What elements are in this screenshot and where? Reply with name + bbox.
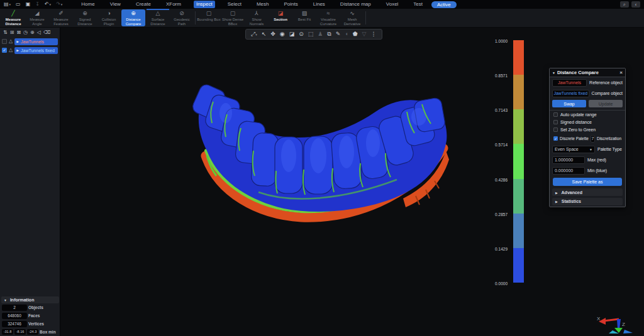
menu-create[interactable]: Create: [133, 1, 153, 8]
collapse-ribbon-button[interactable]: ‹: [631, 1, 640, 8]
menu-home[interactable]: Home: [79, 1, 97, 8]
import-button[interactable]: ↧: [35, 0, 40, 9]
tree-row-jawtunnels-fixed[interactable]: ✓ △ ▶ JawTunnels fixed: [0, 46, 60, 55]
tool-collision-plugin[interactable]: ◑ Collision Plugin: [97, 9, 121, 27]
tool-bounding-box[interactable]: ▢ Bounding Box: [197, 9, 221, 27]
undo-button[interactable]: ↶▾: [45, 0, 51, 9]
statistics-section[interactable]: ▶ Statistics: [552, 198, 623, 205]
set-zero-to-green-checkbox[interactable]: [553, 127, 558, 132]
auto-update-range-checkbox[interactable]: [553, 112, 558, 117]
tool-distance-compare[interactable]: ⊕ Distance Compare: [121, 9, 145, 26]
search-button[interactable]: ⌕: [620, 1, 629, 8]
tool-surface-distance[interactable]: △ Surface Distance: [146, 9, 170, 27]
visibility-checkbox[interactable]: [2, 39, 7, 44]
fit-view-icon[interactable]: ⤢▾: [251, 30, 257, 40]
save-palette-button[interactable]: Save Palette as: [553, 178, 622, 186]
save-button[interactable]: ▣: [26, 0, 31, 9]
tree-item[interactable]: ▶ JawTunnels fixed: [14, 47, 58, 54]
min-input[interactable]: 0.000000: [552, 167, 585, 175]
viewport-toolbar: ⤢▾ ↖ ✥ ◉ ◪ ⊙ ⬚ ♟ ⧉ ✎ ◖ ⬟ ▽ ⋮: [245, 29, 382, 40]
menu-mesh[interactable]: Mesh: [254, 1, 272, 8]
mute-icon[interactable]: ◁: [37, 30, 41, 35]
select-tool-icon[interactable]: ↖: [262, 30, 267, 39]
menu-xform[interactable]: XForm: [164, 1, 184, 8]
ink-drop-icon[interactable]: ⬟: [353, 30, 358, 39]
tool-geodesic-path[interactable]: ⊘ Geodesic Path: [170, 9, 194, 27]
mannequin-icon[interactable]: ♟: [318, 30, 323, 39]
discrete-palette-checkbox[interactable]: ✓: [553, 136, 558, 141]
region-select-icon[interactable]: ⬚: [308, 30, 314, 39]
menu-points[interactable]: Points: [282, 1, 301, 8]
comment-icon[interactable]: ◖: [345, 30, 348, 39]
hide-all-icon[interactable]: ⊠: [16, 30, 21, 35]
tool-section[interactable]: ◪ Section: [269, 9, 292, 27]
expand-icon[interactable]: ▶: [16, 38, 19, 45]
tree-item[interactable]: ▶ JawTunnels: [14, 38, 58, 45]
update-button[interactable]: Update: [589, 100, 623, 107]
more-options-icon[interactable]: ⋮: [371, 30, 377, 39]
move-tool-icon[interactable]: ✥: [270, 30, 275, 39]
panel-header[interactable]: ▼ Distance Compare ×: [550, 68, 625, 77]
measure-distance-icon: ╱: [11, 10, 14, 17]
colorbar-segment: [513, 40, 524, 75]
expand-icon[interactable]: ▶: [16, 47, 19, 54]
tool-mesh-derivative[interactable]: ∿ Mesh Derivative: [340, 9, 364, 27]
ribbon-separator: [195, 11, 196, 24]
menu-select[interactable]: Select: [225, 1, 244, 8]
screenshot-icon[interactable]: ◪: [289, 30, 295, 39]
chevron-down-icon: ▼: [589, 148, 592, 151]
menu-distance-map[interactable]: Distance map: [338, 1, 374, 8]
axis-z-arrow: [623, 330, 633, 333]
visibility-checkbox[interactable]: ✓: [2, 48, 7, 53]
sort-icon[interactable]: ⇅: [3, 30, 8, 35]
menu-lines[interactable]: Lines: [311, 1, 328, 8]
tool-measure-features[interactable]: ✐ Measure Features: [49, 9, 73, 27]
delete-icon[interactable]: ⌫: [43, 30, 50, 35]
focus-icon[interactable]: ⊕: [30, 30, 35, 35]
menu-view[interactable]: View: [108, 1, 123, 8]
filter-icon[interactable]: ▽: [362, 30, 367, 39]
reference-object-value[interactable]: JawTunnels: [552, 79, 587, 87]
brush-icon[interactable]: ✎: [336, 30, 341, 39]
discretization-input[interactable]: 7: [591, 135, 595, 143]
menu-inspect[interactable]: Inspect: [194, 1, 215, 8]
distance-compare-icon: ⊕: [131, 10, 136, 17]
axis-gizmo[interactable]: X Z: [594, 312, 634, 334]
max-input[interactable]: 1.000000: [552, 156, 585, 164]
tool-signed-distance[interactable]: ⊕ Signed Distance: [73, 9, 97, 27]
tool-show-normals[interactable]: ⅄ Show Normals: [245, 9, 269, 27]
tool-best-fit[interactable]: ▨ Best Fit: [292, 9, 316, 27]
dental-model[interactable]: [101, 75, 453, 226]
advanced-section[interactable]: ▶ Advanced: [552, 188, 623, 196]
tool-show-dense-bbox[interactable]: ▢ Show Dense BBox: [221, 9, 245, 27]
colorbar-segment: [513, 75, 524, 109]
tool-measure-distance[interactable]: ╱ Measure Distance: [1, 9, 25, 27]
compare-object-row: JawTunnels fixed Compare object: [550, 88, 625, 99]
tree-row-jawtunnels[interactable]: △ ▶ JawTunnels: [0, 37, 60, 46]
camera-icon[interactable]: ◉: [280, 30, 285, 39]
select-all-icon[interactable]: ⊞: [10, 30, 14, 35]
swap-button[interactable]: Swap: [552, 100, 586, 107]
copy-view-icon[interactable]: ⧉: [327, 30, 331, 39]
axis-y-shaft: [617, 319, 621, 329]
section-icon: ◪: [278, 10, 284, 17]
color-scale-labels: 1.00000.85710.71430.57140.42860.28570.14…: [480, 40, 510, 283]
close-icon[interactable]: ×: [619, 70, 623, 75]
menu-voxel[interactable]: Voxel: [384, 1, 401, 8]
new-file-button[interactable]: ▤▾: [4, 0, 11, 9]
palette-type-select[interactable]: Even Space ▼: [552, 146, 595, 153]
compare-object-value[interactable]: JawTunnels fixed: [552, 90, 589, 97]
viewport-3d[interactable]: ⤢▾ ↖ ✥ ◉ ◪ ⊙ ⬚ ♟ ⧉ ✎ ◖ ⬟ ▽ ⋮: [61, 28, 644, 336]
tool-visualize-curvature[interactable]: ≈ Visualize Curvature: [316, 9, 340, 27]
signed-distance-checkbox[interactable]: [553, 120, 558, 124]
information-header[interactable]: ▼ Information: [1, 296, 59, 303]
redo-button[interactable]: ↷▾: [56, 0, 62, 9]
distance-compare-panel: ▼ Distance Compare × JawTunnels Referenc…: [549, 68, 626, 207]
history-icon[interactable]: ⊙: [299, 30, 304, 39]
active-badge[interactable]: Active: [431, 1, 457, 8]
tool-measure-angle[interactable]: ◢ Measure Angle: [25, 9, 49, 27]
open-file-button[interactable]: ▭: [16, 0, 21, 9]
menu-test[interactable]: Test: [411, 1, 425, 8]
axis-z-label: Z: [622, 322, 625, 327]
history-icon[interactable]: ◷: [23, 30, 28, 35]
